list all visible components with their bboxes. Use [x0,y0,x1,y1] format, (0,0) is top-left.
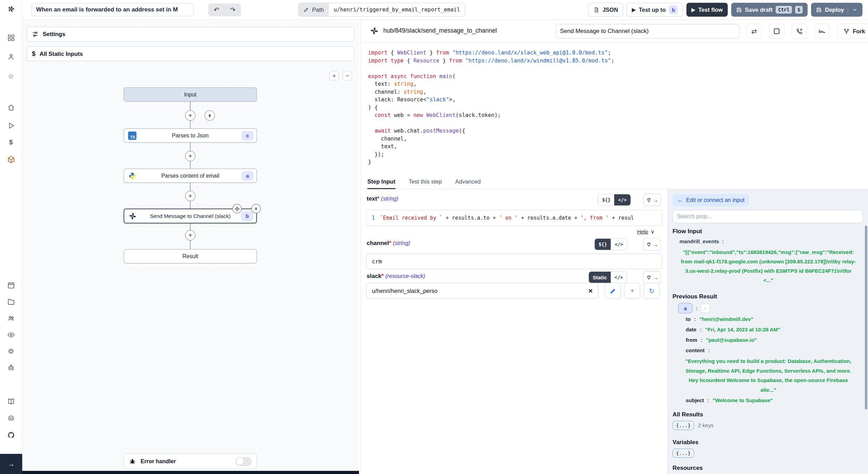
hub-script-path[interactable]: hub/849/slack/send_message_to_channel [383,27,497,34]
refresh-resource-button[interactable]: ↻ [644,283,660,299]
flow-path-value[interactable]: u/henri/triggered_by_email_report_email [329,3,465,16]
prop-row-date[interactable]: date : "Fri, Apr 14, 2023 at 10:28 AM" [686,327,780,332]
bug-icon [129,458,136,465]
bed-panel-button[interactable] [814,24,829,39]
collapse-button[interactable]: - [701,304,710,313]
mode-template-string[interactable]: ${} [598,194,614,205]
flow-node-parses-content[interactable]: Parses content of email a [124,169,257,183]
channel-value-input[interactable] [366,254,662,269]
audit-eye-icon[interactable] [6,330,16,340]
add-step-button[interactable]: + [185,151,195,161]
step-a-badge[interactable]: a [678,303,693,313]
resources-cube-icon[interactable] [6,155,16,164]
prop-row-content[interactable]: content : [686,347,710,353]
arrow-right-icon: → [8,460,15,468]
mode-javascript[interactable]: </> [611,272,627,283]
test-up-to-button[interactable]: ▶ Test up to b [627,3,683,17]
edit-resource-button[interactable] [605,283,621,299]
webhook-phone-button[interactable] [792,24,807,39]
flow-node-input[interactable]: Input [124,87,257,102]
fork-button[interactable]: Fork [837,24,868,39]
error-handler-bar[interactable]: Error handler [124,454,257,469]
step-name-input[interactable] [556,24,740,39]
star-icon[interactable]: ☆ [6,71,16,81]
zoom-in-button[interactable]: + [329,71,339,81]
trigger-bolt-button[interactable] [205,110,215,121]
flow-node-parses-to-json[interactable]: TS Parses to Json c [124,128,257,143]
undo-button[interactable]: ↶ [208,3,225,16]
edit-or-connect-button[interactable]: ← Edit or connect an input [673,194,749,206]
variables-title: Variables [673,439,699,446]
prop-row-from[interactable]: from : "paul@supabase.io" [686,337,757,343]
expand-object-button[interactable]: {...} [673,449,694,458]
windmill-logo[interactable] [6,4,16,14]
dashboard-grid-icon[interactable] [6,33,16,43]
delete-step-button[interactable]: × [251,204,261,213]
redo-button[interactable]: ↷ [225,3,241,16]
path-edit-button[interactable]: Path [299,3,329,16]
prop-content-value[interactable]: "Everything you need to build a product:… [680,356,857,395]
mandrill-events-row[interactable]: mandrill_events : [679,238,724,244]
slack-connect-plug-button[interactable]: → [643,271,661,283]
channel-connect-plug-button[interactable]: → [643,238,661,251]
json-button[interactable]: JSON [588,3,623,17]
flow-input-title: Flow Input [673,228,702,235]
code-line: ) { [368,104,868,112]
tab-step-input[interactable]: Step Input [367,175,395,189]
folders-icon[interactable] [6,297,16,307]
settings-gear-icon[interactable]: ⚙ [6,346,16,356]
variables-dollar-icon[interactable]: $ [6,137,16,147]
home-icon[interactable] [6,103,16,112]
swap-script-button[interactable]: ⇄ [746,24,762,39]
docs-book-icon[interactable] [6,397,16,406]
expand-object-button[interactable]: {...} [673,421,694,430]
expand-editor-button[interactable] [769,24,784,39]
groups-icon[interactable] [6,313,16,323]
discord-icon[interactable] [6,413,16,423]
help-link[interactable]: Help ∨ [637,229,654,235]
mode-static[interactable]: Static [589,272,611,283]
add-step-button[interactable]: + [185,191,195,201]
pencil-icon [303,7,309,12]
deploy-button[interactable]: Deploy [811,3,862,17]
chevron-down-icon[interactable] [852,7,858,12]
flow-node-result[interactable]: Result [124,249,257,263]
flow-node-send-message-selected[interactable]: Send Message to Channel (slack) b × [124,209,257,223]
slack-resource-input[interactable]: u/henri/henri_slack_perso × [366,283,598,299]
code-editor[interactable]: import { WebClient } from "https://deno.… [361,43,868,175]
flow-settings-bar[interactable]: Settings [27,27,354,42]
test-flow-button[interactable]: ▶ Test flow [686,3,727,17]
mode-template-string[interactable]: ${} [595,239,611,250]
github-icon[interactable] [6,430,16,440]
add-step-button[interactable]: + [185,110,195,121]
text-connect-plug-button[interactable]: → [643,194,661,206]
add-resource-button[interactable]: + [624,283,640,299]
search-prop-input[interactable] [673,210,863,223]
all-static-inputs-bar[interactable]: $ All Static Inputs [27,46,354,61]
text-expression-editor[interactable]: 1 `Email received by ` + results.a.to + … [366,210,662,226]
error-handler-toggle[interactable] [235,457,252,466]
clear-resource-button[interactable]: × [589,287,593,295]
schedules-calendar-icon[interactable] [6,280,16,290]
save-draft-button[interactable]: Save draft Ctrl S [731,3,808,17]
expand-sidebar-button[interactable]: → [0,454,22,474]
prop-row-subject[interactable]: subject : "Welcome to Supabase" [686,397,773,403]
mandrill-events-value[interactable]: "[{"event":"inbound","ts":1683819426,"ms… [680,247,857,285]
move-step-handle[interactable] [232,204,242,213]
tab-advanced[interactable]: Advanced [455,175,481,189]
mode-javascript[interactable]: </> [614,194,630,205]
user-icon[interactable] [6,52,16,62]
workers-robot-icon[interactable] [6,363,16,373]
step-id-badge: b [241,211,253,221]
add-step-button[interactable]: + [185,230,195,240]
lightning-bolt-icon [207,113,212,118]
scrollbar-thumb[interactable] [865,226,867,409]
typescript-icon: TS [128,131,136,140]
save-icon [816,7,822,13]
mode-javascript[interactable]: </> [611,239,627,250]
tab-test-this-step[interactable]: Test this step [409,175,442,189]
runs-play-icon[interactable] [6,121,16,130]
flow-title-input[interactable] [32,3,194,16]
zoom-out-button[interactable]: − [343,71,352,81]
prop-row-to[interactable]: to : "henri@windmill.dev" [686,316,753,322]
